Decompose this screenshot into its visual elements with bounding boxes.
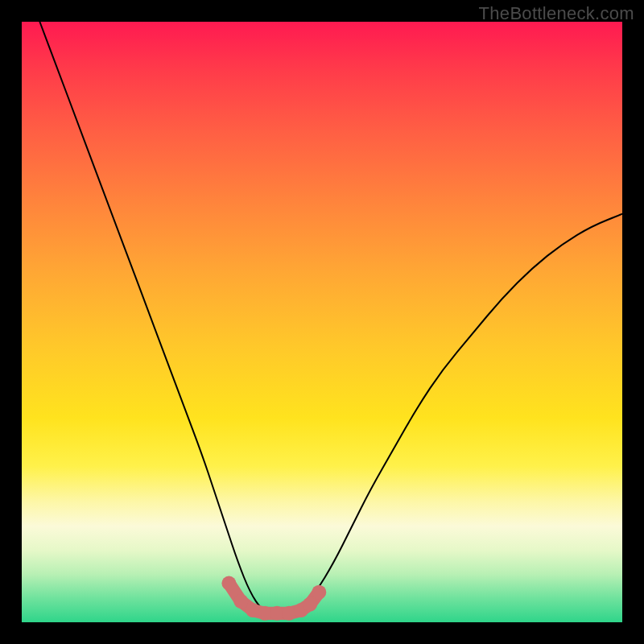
chart-frame: TheBottleneck.com	[0, 0, 644, 644]
bottom-markers	[221, 576, 326, 621]
bottom-marker-dot	[312, 585, 326, 600]
bottom-marker-dot	[233, 594, 248, 609]
bottom-marker-dot	[303, 597, 317, 612]
bottleneck-curve	[39, 22, 622, 617]
attribution-watermark: TheBottleneck.com	[479, 3, 634, 24]
plot-area	[22, 22, 622, 622]
chart-svg	[22, 22, 622, 622]
bottom-marker-dot	[221, 576, 236, 591]
